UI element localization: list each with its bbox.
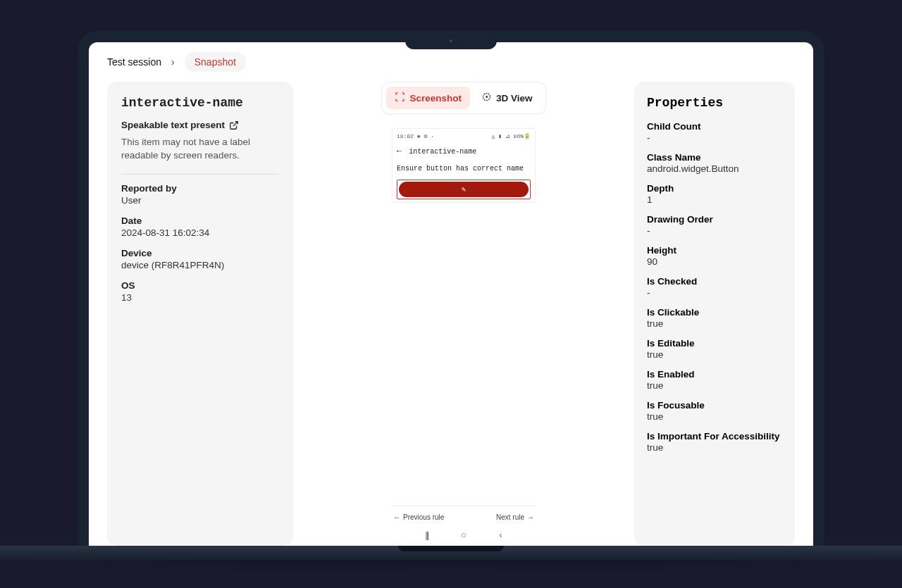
prop-is-clickable: Is Clickable true [647, 307, 782, 329]
field-value: 13 [121, 292, 279, 303]
field-label: Device [121, 248, 279, 258]
prop-height: Height 90 [647, 245, 782, 267]
next-rule-button[interactable]: Next rule → [496, 513, 534, 521]
prop-label: Height [647, 245, 782, 256]
field-os: OS 13 [121, 280, 279, 303]
prop-value: - [647, 132, 782, 143]
signal-icons: ◬ ▮ ⊿ 86%🔋 [492, 133, 531, 139]
breadcrumb-current[interactable]: Snapshot [185, 52, 246, 72]
prop-is-editable: Is Editable true [647, 338, 782, 360]
prop-class-name: Class Name android.widget.Button [647, 152, 782, 174]
field-value: 2024-08-31 16:02:34 [121, 227, 279, 238]
tab-label: 3D View [496, 93, 533, 104]
arrow-left-icon: ← [393, 513, 400, 521]
prop-value: true [647, 442, 782, 453]
prop-label: Is Enabled [647, 369, 782, 380]
breadcrumb: Test session › Snapshot [107, 52, 795, 72]
svg-point-1 [486, 96, 488, 98]
previous-rule-button[interactable]: ← Previous rule [393, 513, 444, 521]
prop-label: Is Focusable [647, 400, 782, 411]
prop-depth: Depth 1 [647, 183, 782, 205]
prop-value: true [647, 411, 782, 422]
prop-is-important: Is Important For Accessibility true [647, 431, 782, 453]
details-panel: interactive-name Speakable text present … [107, 82, 293, 546]
back-arrow-icon[interactable]: ← [397, 146, 402, 156]
prop-child-count: Child Count - [647, 121, 782, 143]
android-nav-bar: ||| ○ ‹ [392, 524, 536, 546]
rule-subhead: Speakable text present [121, 120, 225, 130]
laptop-bezel: Test session › Snapshot interactive-name… [78, 31, 824, 546]
prop-is-focusable: Is Focusable true [647, 400, 782, 422]
phone-screenshot: 18:02 ✱ ⚙ · ◬ ▮ ⊿ 86%🔋 ← interactive-nam… [392, 128, 536, 203]
prop-label: Is Important For Accessibility [647, 431, 782, 442]
properties-title: Properties [647, 96, 782, 110]
chevron-left-icon[interactable]: ‹ [499, 530, 502, 540]
cube-icon [481, 92, 492, 104]
prop-label: Class Name [647, 152, 782, 163]
phone-screen-title: interactive-name [409, 148, 476, 156]
prop-label: Drawing Order [647, 214, 782, 225]
laptop-mockup: Test session › Snapshot interactive-name… [0, 0, 902, 588]
prop-label: Depth [647, 183, 782, 194]
prop-value: true [647, 349, 782, 360]
pager-label: Previous rule [403, 513, 444, 521]
divider [121, 174, 279, 175]
preview-column: Screenshot 3D View [310, 82, 617, 546]
prop-label: Is Clickable [647, 307, 782, 318]
pager-label: Next rule [496, 513, 524, 521]
rule-description: This item may not have a label readable … [121, 136, 279, 163]
prop-drawing-order: Drawing Order - [647, 214, 782, 236]
rule-title: interactive-name [121, 96, 279, 110]
field-value: device (RF8R41PFR4N) [121, 260, 279, 270]
prop-value: true [647, 380, 782, 391]
field-label: Reported by [121, 183, 279, 194]
prop-value: android.widget.Button [647, 163, 782, 174]
field-device: Device device (RF8R41PFR4N) [121, 248, 279, 270]
prop-value: true [647, 318, 782, 329]
field-label: Date [121, 215, 279, 226]
prop-value: - [647, 287, 782, 298]
field-value: User [121, 195, 279, 206]
prop-is-checked: Is Checked - [647, 276, 782, 298]
prop-value: - [647, 225, 782, 236]
screen: Test session › Snapshot interactive-name… [89, 42, 813, 546]
tab-screenshot[interactable]: Screenshot [386, 87, 470, 109]
recents-icon[interactable]: ||| [425, 530, 428, 540]
prop-label: Is Editable [647, 338, 782, 349]
prop-label: Is Checked [647, 276, 782, 287]
chevron-right-icon: › [171, 56, 175, 68]
breadcrumb-test-session[interactable]: Test session [107, 56, 161, 68]
pencil-icon: ✎ [462, 185, 466, 194]
prop-value: 90 [647, 256, 782, 267]
properties-panel: Properties Child Count - Class Name andr… [634, 82, 795, 546]
android-status-bar: 18:02 ✱ ⚙ · ◬ ▮ ⊿ 86%🔋 [397, 132, 531, 142]
field-reported-by: Reported by User [121, 183, 279, 206]
tab-3d-view[interactable]: 3D View [473, 87, 541, 109]
prop-is-enabled: Is Enabled true [647, 369, 782, 391]
arrow-right-icon: → [527, 513, 534, 521]
highlighted-element[interactable]: ✎ [397, 180, 531, 199]
phone-instruction: Ensure button has correct name [397, 163, 531, 180]
circle-icon[interactable]: ○ [461, 530, 467, 540]
target-button[interactable]: ✎ [399, 182, 529, 197]
external-link-icon[interactable] [229, 120, 239, 130]
field-date: Date 2024-08-31 16:02:34 [121, 215, 279, 238]
view-toggle: Screenshot 3D View [381, 82, 545, 114]
rule-pager: ← Previous rule Next rule → [392, 506, 536, 524]
status-icons: ✱ ⚙ · [417, 133, 434, 139]
prop-value: 1 [647, 194, 782, 205]
laptop-base [0, 546, 902, 560]
tab-label: Screenshot [409, 93, 462, 104]
prop-label: Child Count [647, 121, 782, 132]
field-label: OS [121, 280, 279, 291]
crop-icon [395, 92, 405, 104]
laptop-notch [405, 31, 497, 49]
